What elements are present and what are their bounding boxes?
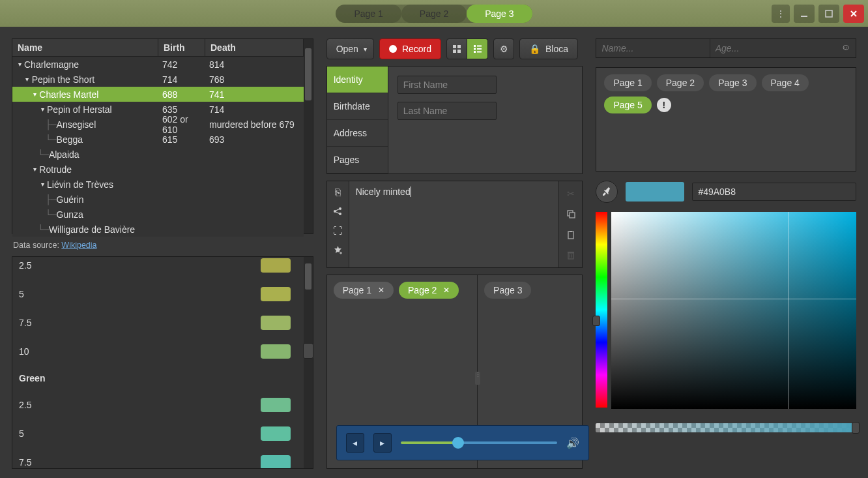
close-icon[interactable]: ✕ <box>443 286 450 295</box>
color-slider-handle[interactable] <box>303 343 313 359</box>
seek-thumb[interactable] <box>452 437 464 449</box>
color-chip-row[interactable]: 2.5 <box>12 391 304 419</box>
tree-scrollbar[interactable] <box>304 39 313 233</box>
col-death[interactable]: Death <box>205 39 304 56</box>
close-button[interactable] <box>843 5 864 23</box>
right-page-5[interactable]: Page 5 <box>604 97 651 113</box>
name-search-input[interactable] <box>596 39 709 57</box>
volume-icon[interactable]: 🔊 <box>566 437 579 449</box>
expand-arrow-icon[interactable]: ▾ <box>23 76 32 83</box>
minimize-button[interactable] <box>794 5 815 23</box>
tree-row[interactable]: ▾ Rotrude <box>12 162 304 177</box>
last-name-field[interactable] <box>398 102 497 120</box>
emoji-icon[interactable]: ☺ <box>836 39 856 57</box>
tree-row[interactable]: ▾ Charlemagne742814 <box>12 57 304 72</box>
titlebar-page-3[interactable]: Page 3 <box>467 5 532 23</box>
tree-row[interactable]: ▾ Pepin the Short714768 <box>12 72 304 87</box>
tree-row[interactable]: ▾ Charles Martel688741 <box>12 87 304 102</box>
color-chip-label: 7.5 <box>19 318 31 328</box>
hue-slider[interactable] <box>596 212 607 408</box>
fullscreen-icon[interactable]: ⛶ <box>333 225 343 236</box>
expand-arrow-icon[interactable]: ▾ <box>15 61 24 68</box>
tree-row[interactable]: └─ Gunza <box>12 207 304 222</box>
col-name[interactable]: Name <box>12 39 158 56</box>
svg-rect-23 <box>571 254 572 258</box>
share-icon[interactable] <box>333 207 342 216</box>
tab-pages[interactable]: Pages <box>327 147 388 173</box>
bottom-tab-page1[interactable]: Page 1 ✕ <box>334 282 394 299</box>
color-chip-row[interactable]: 5 <box>12 419 304 448</box>
expand-arrow-icon[interactable]: ▾ <box>38 181 47 188</box>
close-icon[interactable]: ✕ <box>378 286 384 295</box>
alpha-thumb[interactable] <box>852 422 860 434</box>
color-chip-row[interactable]: 7.5 <box>12 448 304 468</box>
open-button[interactable]: Open ▾ <box>326 38 374 59</box>
star-add-icon[interactable] <box>333 245 343 255</box>
tree-row[interactable]: ▾ Liévin de Trèves <box>12 177 304 192</box>
paste-icon[interactable] <box>562 228 579 242</box>
tab-address[interactable]: Address <box>327 120 388 147</box>
bottom-tab-page2[interactable]: Page 2 ✕ <box>399 282 459 299</box>
col-birth[interactable]: Birth <box>158 39 205 56</box>
right-page-4[interactable]: Page 4 <box>762 74 809 91</box>
svg-rect-3 <box>457 45 461 48</box>
splitter-handle[interactable]: ⋮ <box>475 372 480 385</box>
copy-icon[interactable]: ⎘ <box>335 187 341 198</box>
duplicate-icon[interactable] <box>562 207 579 222</box>
tree-row[interactable]: ├─ Guérin <box>12 192 304 207</box>
media-seek-slider[interactable] <box>401 441 557 444</box>
color-swatch <box>261 344 291 359</box>
bottom-left-pane: Page 1 ✕ Page 2 ✕ ◂ ▸ 🔊 <box>327 275 477 468</box>
color-chip-row[interactable]: 10 <box>12 337 304 366</box>
color-list-scrollbar[interactable] <box>304 257 313 468</box>
trash-icon[interactable] <box>562 248 579 263</box>
bottom-tab-page3[interactable]: Page 3 <box>484 282 531 299</box>
data-source-link[interactable]: Wikipedia <box>61 241 96 250</box>
expand-arrow-icon[interactable]: ▾ <box>38 106 47 113</box>
color-swatch <box>261 426 291 441</box>
right-page-1[interactable]: Page 1 <box>604 74 651 91</box>
svg-rect-20 <box>568 253 573 259</box>
record-button[interactable]: Record <box>379 38 441 59</box>
lock-button[interactable]: 🔒 Bloca <box>519 38 578 59</box>
right-page-2[interactable]: Page 2 <box>657 74 704 91</box>
color-chip-row[interactable]: 7.5 <box>12 308 304 337</box>
alert-icon[interactable]: ! <box>657 98 671 112</box>
saturation-value-box[interactable] <box>611 212 856 409</box>
kebab-menu-icon[interactable]: ⋮ <box>772 5 790 23</box>
hex-input[interactable] <box>692 183 856 201</box>
editor-left-tools: ⎘ ⛶ <box>327 181 349 267</box>
right-page-3[interactable]: Page 3 <box>709 74 756 91</box>
tab-birthdate[interactable]: Birthdate <box>327 93 388 120</box>
alpha-slider[interactable] <box>596 423 856 432</box>
expand-arrow-icon[interactable]: ▾ <box>30 166 39 173</box>
titlebar-page-2[interactable]: Page 2 <box>401 5 467 23</box>
settings-button[interactable]: ⚙ <box>493 38 514 59</box>
tree-node-label: Pepin the Short <box>32 74 95 85</box>
hue-thumb[interactable] <box>592 316 600 326</box>
prev-button[interactable]: ◂ <box>346 433 364 453</box>
cut-icon[interactable]: ✂ <box>562 187 579 201</box>
tab-identity[interactable]: Identity <box>327 67 388 93</box>
color-chip-row[interactable]: 2.5 <box>12 258 304 280</box>
titlebar-page-1[interactable]: Page 1 <box>336 5 401 23</box>
grid-view-button[interactable] <box>446 38 467 59</box>
tree-row[interactable]: └─ Alpaida <box>12 147 304 162</box>
maximize-button[interactable] <box>818 5 839 23</box>
tree-row[interactable]: └─ Begga615693 <box>12 132 304 147</box>
expand-arrow-icon[interactable]: ▾ <box>30 91 39 98</box>
color-chip-row[interactable]: 5 <box>12 280 304 308</box>
first-name-field[interactable] <box>398 76 497 94</box>
color-group-header: Green <box>12 366 304 391</box>
eyedropper-button[interactable] <box>596 181 618 203</box>
editor-textarea[interactable]: Nicely minted <box>349 181 559 267</box>
tree-node-label: Liévin de Trèves <box>47 179 113 190</box>
age-search-input[interactable] <box>710 39 836 57</box>
list-view-button[interactable] <box>467 38 488 59</box>
play-button[interactable]: ▸ <box>373 433 392 453</box>
tree-row[interactable]: ├─ Ansegisel602 or 610murdered before 67… <box>12 117 304 132</box>
tree-birth: 635 <box>158 104 205 115</box>
tree-header: Name Birth Death <box>12 39 304 57</box>
svg-rect-22 <box>570 254 570 258</box>
tree-row[interactable]: └─ Willigarde de Bavière <box>12 222 304 237</box>
